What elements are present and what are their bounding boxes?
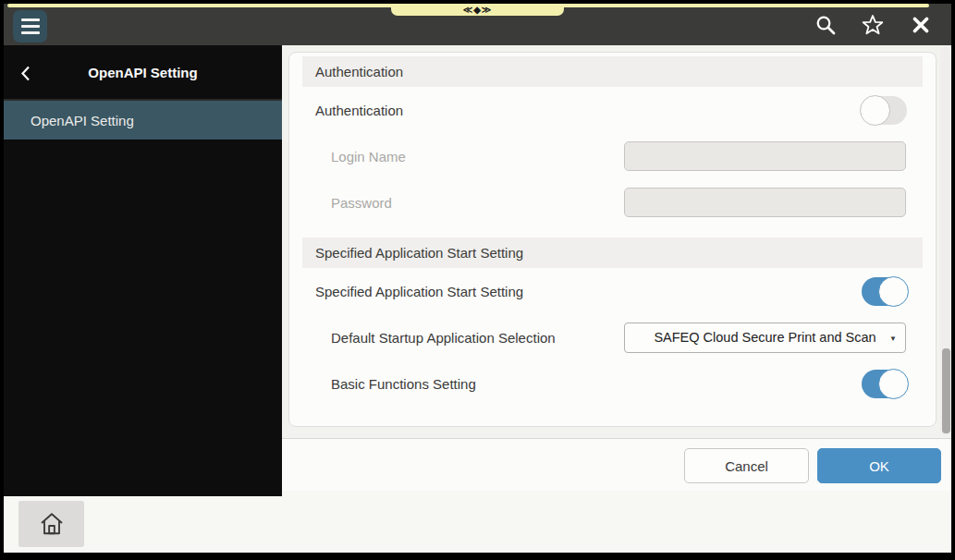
section-header-authentication: Authentication xyxy=(302,56,923,87)
chevron-left-icon xyxy=(20,66,31,81)
default-startup-app-label: Default Startup Application Selection xyxy=(315,330,556,346)
sidebar-header: OpenAPI Setting xyxy=(4,45,282,101)
search-icon xyxy=(814,14,837,36)
row-specified-app-start: Specified Application Start Setting xyxy=(302,268,923,314)
specified-app-start-toggle[interactable] xyxy=(862,277,907,306)
drag-handle-glyphs: ≪◆≫ xyxy=(463,5,493,15)
specified-app-start-label: Specified Application Start Setting xyxy=(315,284,523,299)
toggle-knob xyxy=(878,276,909,307)
footer-bar: Cancel OK xyxy=(282,438,951,491)
row-basic-functions: Basic Functions Setting xyxy=(302,360,923,407)
section-header-label: Specified Application Start Setting xyxy=(315,245,523,261)
row-login-name: Login Name xyxy=(302,133,923,179)
default-startup-app-select[interactable]: SAFEQ Cloud Secure Print and Scan ▼ xyxy=(624,323,906,353)
scrollbar-track[interactable] xyxy=(940,47,951,435)
password-input xyxy=(624,188,906,217)
status-drag-handle[interactable]: ≪◆≫ xyxy=(391,4,564,16)
section-header-specified-app-start: Specified Application Start Setting xyxy=(302,237,923,268)
favorite-button[interactable] xyxy=(861,13,885,37)
close-button[interactable] xyxy=(909,13,933,37)
cancel-button[interactable]: Cancel xyxy=(684,448,809,483)
home-icon xyxy=(38,510,66,538)
basic-functions-label: Basic Functions Setting xyxy=(315,376,476,392)
dropdown-value: SAFEQ Cloud Secure Print and Scan xyxy=(654,330,875,345)
sidebar-item-openapi-setting[interactable]: OpenAPI Setting xyxy=(4,101,282,140)
sidebar: OpenAPI Setting OpenAPI Setting xyxy=(4,45,282,496)
main-content-region: Authentication Authentication Login Name… xyxy=(282,45,951,491)
section-header-label: Authentication xyxy=(315,64,403,79)
sidebar-item-label: OpenAPI Setting xyxy=(31,113,134,128)
ok-button-label: OK xyxy=(869,458,889,474)
settings-card: Authentication Authentication Login Name… xyxy=(288,52,937,427)
password-label: Password xyxy=(315,195,392,211)
row-password: Password xyxy=(302,179,923,225)
ok-button[interactable]: OK xyxy=(817,448,941,483)
scrollbar-thumb[interactable] xyxy=(942,348,950,433)
star-icon xyxy=(861,13,885,37)
cancel-button-label: Cancel xyxy=(725,458,768,474)
search-button[interactable] xyxy=(814,13,838,37)
menu-button[interactable] xyxy=(13,10,47,43)
bottom-bar xyxy=(4,491,951,553)
login-name-input xyxy=(624,141,906,171)
toggle-knob xyxy=(878,369,909,399)
close-icon xyxy=(910,14,932,36)
basic-functions-toggle[interactable] xyxy=(862,370,907,398)
home-button[interactable] xyxy=(18,501,84,547)
authentication-toggle[interactable] xyxy=(862,96,907,125)
row-default-startup-app: Default Startup Application Selection SA… xyxy=(302,314,923,360)
back-button[interactable] xyxy=(20,66,33,80)
row-authentication: Authentication xyxy=(302,87,923,133)
authentication-label: Authentication xyxy=(315,103,403,118)
login-name-label: Login Name xyxy=(315,149,406,164)
sidebar-title: OpenAPI Setting xyxy=(4,45,282,101)
toggle-knob xyxy=(860,95,890,126)
chevron-down-icon: ▼ xyxy=(889,335,897,343)
